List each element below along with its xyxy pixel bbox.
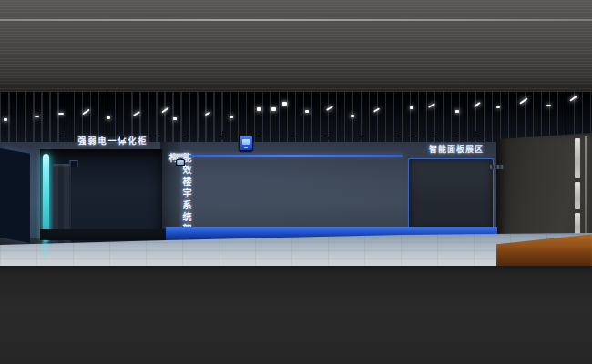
ceiling-light bbox=[282, 102, 287, 106]
exhibition-hall-render: 强弱电一体化柜 能效楼宇系统架构 智能面板展区 bbox=[0, 0, 592, 364]
smart-panel-area-title: 智能面板展区 bbox=[418, 143, 495, 154]
socket-strip bbox=[490, 165, 504, 169]
upper-wall-band bbox=[0, 0, 592, 92]
pendant-lamp bbox=[453, 136, 456, 140]
blue-accent-line bbox=[179, 155, 403, 157]
cyan-floor-reflection bbox=[42, 240, 47, 257]
pendant-lamp bbox=[394, 136, 398, 140]
pendant-lamp bbox=[61, 136, 65, 140]
pendant-lamp bbox=[326, 136, 330, 140]
ceiling-light bbox=[107, 116, 110, 119]
ceiling-light bbox=[173, 117, 177, 120]
ceiling-light bbox=[58, 113, 64, 115]
ceiling-light bbox=[546, 105, 551, 106]
foreground-shadow-band bbox=[0, 266, 592, 364]
booth-base bbox=[40, 229, 166, 240]
pendant-lamp bbox=[151, 136, 155, 140]
ceiling-light bbox=[455, 110, 459, 113]
video-wall bbox=[0, 148, 30, 243]
ceiling-light bbox=[257, 107, 261, 111]
ceiling-light bbox=[351, 115, 354, 117]
ceiling-light bbox=[4, 118, 7, 121]
pendant-lamp bbox=[291, 136, 295, 140]
pendant-lamp bbox=[120, 136, 124, 140]
window-light-strip bbox=[575, 213, 580, 237]
window-light-strip bbox=[575, 182, 580, 209]
smart-panel-board bbox=[408, 158, 494, 231]
monitor-icon bbox=[240, 136, 252, 150]
ceiling-light bbox=[305, 110, 309, 113]
panel-5 bbox=[179, 159, 181, 161]
pendant-lamp bbox=[221, 136, 225, 140]
pendant-lamp bbox=[475, 136, 478, 140]
panel-caption-chip bbox=[172, 154, 189, 157]
pendant-lamp bbox=[361, 136, 364, 140]
panels-row bbox=[179, 159, 402, 230]
ceiling-light bbox=[496, 106, 500, 108]
ceiling-light bbox=[35, 116, 39, 117]
ceiling-light bbox=[230, 116, 233, 118]
booth-title: 强弱电一体化柜 bbox=[53, 135, 173, 146]
upper-wall-seam bbox=[0, 19, 592, 21]
pendant-lamp bbox=[257, 136, 260, 140]
device-node bbox=[178, 160, 184, 165]
pendant-lamp bbox=[413, 136, 416, 140]
ceiling-light bbox=[410, 106, 413, 109]
pendant-lamp bbox=[186, 136, 189, 140]
window-frame-strip bbox=[585, 136, 587, 238]
window-light-strip bbox=[575, 138, 580, 178]
pendant-lamp bbox=[431, 136, 434, 140]
ceiling-light bbox=[271, 107, 276, 111]
